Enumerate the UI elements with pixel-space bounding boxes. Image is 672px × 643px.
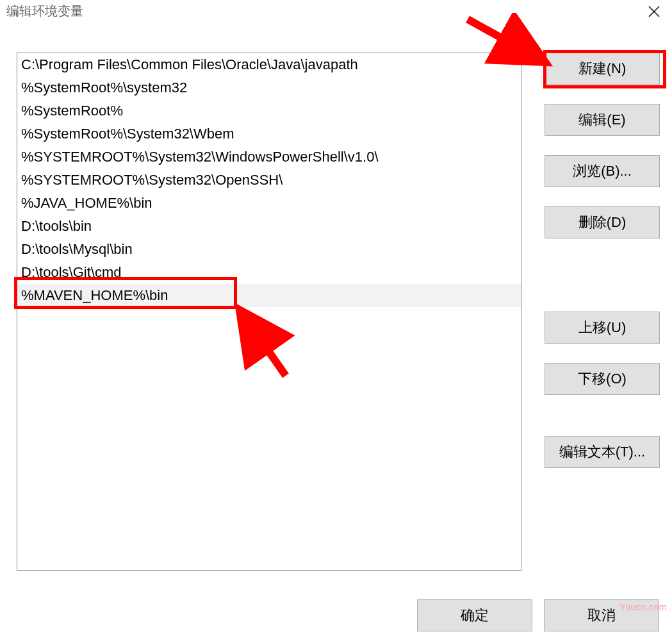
new-button[interactable]: 新建(N) xyxy=(545,53,660,85)
watermark: Yuucn.com xyxy=(619,602,667,612)
ok-button[interactable]: 确定 xyxy=(417,599,532,631)
path-list-item[interactable]: %SystemRoot%\System32\Wbem xyxy=(17,122,521,146)
path-list-item[interactable]: D:\tools\bin xyxy=(17,215,521,238)
path-list-item[interactable]: %SystemRoot% xyxy=(17,99,521,122)
move-up-button[interactable]: 上移(U) xyxy=(545,312,660,344)
path-list-item[interactable]: %SystemRoot%\system32 xyxy=(17,76,521,99)
edit-text-button[interactable]: 编辑文本(T)... xyxy=(545,436,660,468)
path-list[interactable]: C:\Program Files\Common Files\Oracle\Jav… xyxy=(17,53,521,571)
path-list-item[interactable]: %SYSTEMROOT%\System32\OpenSSH\ xyxy=(17,169,521,192)
content-area: C:\Program Files\Common Files\Oracle\Jav… xyxy=(0,26,672,571)
path-list-item[interactable]: %MAVEN_HOME%\bin xyxy=(17,284,521,307)
path-list-item[interactable]: C:\Program Files\Common Files\Oracle\Jav… xyxy=(17,53,521,76)
window-title: 编辑环境变量 xyxy=(6,3,83,20)
edit-button[interactable]: 编辑(E) xyxy=(545,104,660,136)
move-down-button[interactable]: 下移(O) xyxy=(545,363,660,395)
side-buttons: 新建(N) 编辑(E) 浏览(B)... 删除(D) 上移(U) 下移(O) 编… xyxy=(545,53,660,571)
close-icon xyxy=(648,6,660,17)
browse-button[interactable]: 浏览(B)... xyxy=(545,155,660,187)
delete-button[interactable]: 删除(D) xyxy=(545,206,660,238)
close-button[interactable] xyxy=(636,0,672,23)
path-list-item[interactable]: %JAVA_HOME%\bin xyxy=(17,192,521,215)
path-list-item[interactable]: D:\tools\Git\cmd xyxy=(17,261,521,284)
path-list-item[interactable]: D:\tools\Mysql\bin xyxy=(17,238,521,261)
path-list-item[interactable]: %SYSTEMROOT%\System32\WindowsPowerShell\… xyxy=(17,146,521,169)
title-bar: 编辑环境变量 xyxy=(0,0,672,26)
